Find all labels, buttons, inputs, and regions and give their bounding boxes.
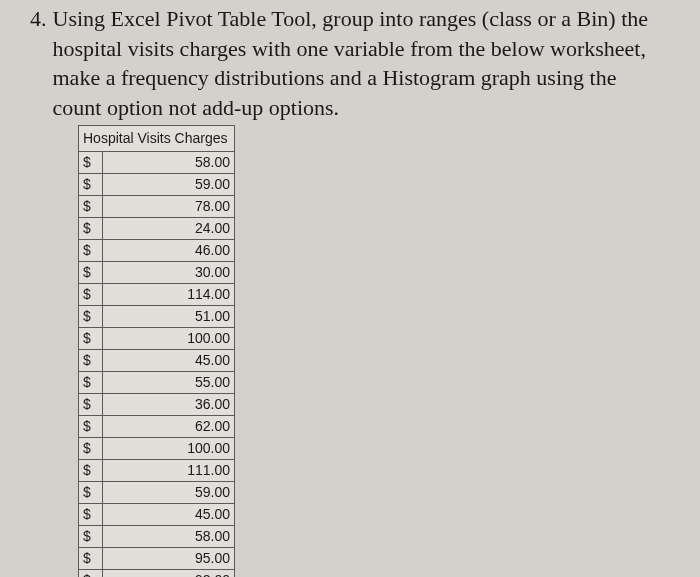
charge-value: 111.00	[103, 459, 235, 481]
charge-value: 95.00	[103, 547, 235, 569]
currency-symbol: $	[79, 415, 103, 437]
table-header: Hospital Visits Charges	[79, 125, 235, 151]
table-row: $46.00	[79, 239, 235, 261]
currency-symbol: $	[79, 459, 103, 481]
charge-value: 51.00	[103, 305, 235, 327]
charges-table: Hospital Visits Charges $58.00$59.00$78.…	[78, 125, 235, 577]
charge-value: 55.00	[103, 371, 235, 393]
table-row: $45.00	[79, 503, 235, 525]
charge-value: 36.00	[103, 393, 235, 415]
currency-symbol: $	[79, 261, 103, 283]
charge-value: 58.00	[103, 525, 235, 547]
charge-value: 114.00	[103, 283, 235, 305]
charge-value: 78.00	[103, 195, 235, 217]
charge-value: 59.00	[103, 481, 235, 503]
data-table-container: Hospital Visits Charges $58.00$59.00$78.…	[78, 125, 670, 577]
table-row: $114.00	[79, 283, 235, 305]
currency-symbol: $	[79, 217, 103, 239]
currency-symbol: $	[79, 349, 103, 371]
table-row: $36.00	[79, 393, 235, 415]
currency-symbol: $	[79, 525, 103, 547]
table-row: $62.00	[79, 415, 235, 437]
charge-value: 30.00	[103, 261, 235, 283]
currency-symbol: $	[79, 547, 103, 569]
currency-symbol: $	[79, 481, 103, 503]
table-row: $55.00	[79, 371, 235, 393]
currency-symbol: $	[79, 437, 103, 459]
charge-value: 100.00	[103, 437, 235, 459]
currency-symbol: $	[79, 393, 103, 415]
document-page: 4. Using Excel Pivot Table Tool, group i…	[0, 0, 700, 577]
charge-value: 59.00	[103, 173, 235, 195]
currency-symbol: $	[79, 503, 103, 525]
charge-value: 24.00	[103, 217, 235, 239]
table-row: $111.00	[79, 459, 235, 481]
currency-symbol: $	[79, 195, 103, 217]
table-row: $58.00	[79, 525, 235, 547]
currency-symbol: $	[79, 151, 103, 173]
charge-value: 45.00	[103, 503, 235, 525]
charge-value: 58.00	[103, 151, 235, 173]
currency-symbol: $	[79, 239, 103, 261]
table-row: $45.00	[79, 349, 235, 371]
charge-value: 62.00	[103, 415, 235, 437]
currency-symbol: $	[79, 173, 103, 195]
table-row: $59.00	[79, 481, 235, 503]
charge-value: 92.00	[103, 569, 235, 577]
table-row: $95.00	[79, 547, 235, 569]
currency-symbol: $	[79, 569, 103, 577]
table-row: $78.00	[79, 195, 235, 217]
currency-symbol: $	[79, 305, 103, 327]
table-body: $58.00$59.00$78.00$24.00$46.00$30.00$114…	[79, 151, 235, 577]
charge-value: 46.00	[103, 239, 235, 261]
table-row: $59.00	[79, 173, 235, 195]
currency-symbol: $	[79, 327, 103, 349]
table-row: $92.00	[79, 569, 235, 577]
table-row: $51.00	[79, 305, 235, 327]
question-number: 4.	[30, 4, 47, 34]
table-row: $100.00	[79, 327, 235, 349]
table-row: $100.00	[79, 437, 235, 459]
question-block: 4. Using Excel Pivot Table Tool, group i…	[30, 4, 670, 123]
charge-value: 45.00	[103, 349, 235, 371]
currency-symbol: $	[79, 283, 103, 305]
table-row: $30.00	[79, 261, 235, 283]
question-text: Using Excel Pivot Table Tool, group into…	[53, 4, 671, 123]
currency-symbol: $	[79, 371, 103, 393]
table-row: $58.00	[79, 151, 235, 173]
charge-value: 100.00	[103, 327, 235, 349]
table-row: $24.00	[79, 217, 235, 239]
